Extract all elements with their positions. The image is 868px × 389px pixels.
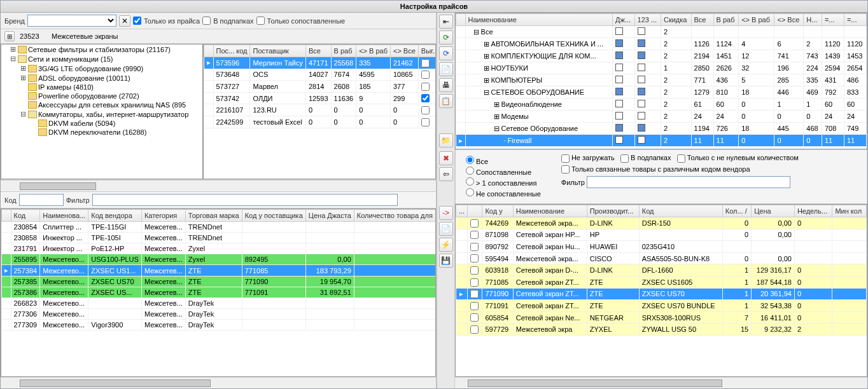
radio-multi[interactable] — [466, 177, 474, 186]
tree-scrollbar[interactable] — [1, 180, 436, 191]
table-row[interactable]: 771091Сетевой экран ZT...ZTEZXSEC US70 B… — [456, 300, 867, 312]
col-header[interactable]: Код — [639, 205, 722, 217]
table-row[interactable]: ⊟ Сетевое Оборудование211947261844546870… — [456, 123, 867, 135]
tree-node[interactable]: ⊞ADSL оборудование (10011) — [1, 73, 202, 83]
col-header[interactable]: <> Все — [774, 14, 804, 26]
tree-node[interactable]: ⊞3G/4G LTE оборудование (9990) — [1, 64, 202, 73]
col-header[interactable]: <> В раб — [356, 45, 391, 57]
right-category-grid[interactable]: НаименованиеДж...123 ...СкидкаВсеВ раб<>… — [455, 13, 867, 149]
table-row[interactable]: ▸771090Сетевой экран ZT...ZTEZXSEC US701… — [456, 288, 867, 300]
radio-all[interactable] — [466, 156, 474, 164]
col-header[interactable]: Наименование — [513, 205, 587, 217]
col-header[interactable] — [468, 205, 482, 217]
row-checkbox[interactable] — [470, 325, 479, 334]
table-row[interactable]: ⊞ КОМПЬЮТЕРЫ27714365285335431486 — [456, 74, 867, 86]
col-header[interactable]: Пос... код — [213, 45, 250, 57]
right-products-scrollbar[interactable] — [455, 377, 867, 388]
products-grid[interactable]: КодНаименова...Код вендораКатегорияТорго… — [1, 208, 436, 377]
table-row[interactable]: 890792Сетевой экран Hu...HUAWEI0235G410 — [456, 241, 867, 253]
noload-checkbox[interactable] — [561, 154, 570, 163]
back-icon[interactable]: ⇦ — [439, 167, 453, 181]
table-row[interactable]: 231791Инжектор ...PoE12-HPМежсетев...Zyx… — [2, 243, 436, 254]
col-header[interactable] — [2, 210, 11, 222]
code-input[interactable] — [19, 194, 64, 206]
col-header[interactable]: <> В раб — [739, 14, 774, 26]
filter-input[interactable] — [92, 194, 398, 206]
col-header[interactable]: Дж... — [613, 14, 634, 26]
tree-node[interactable]: Powerline оборудование (2702) — [1, 92, 202, 100]
doc2-icon[interactable]: 📄 — [439, 222, 453, 236]
col-header[interactable]: В раб — [713, 14, 739, 26]
col-header[interactable]: Количество товара для — [354, 210, 435, 222]
col-header[interactable]: Все — [691, 14, 713, 26]
lightning-icon[interactable]: ⚡ — [439, 238, 453, 252]
table-row[interactable]: ⊞ КОМПЛЕКТУЮЩИЕ ДЛЯ КОМ...22194145112741… — [456, 50, 867, 62]
table-row[interactable]: ⊟ Все2 — [456, 26, 867, 38]
map-right-icon[interactable]: -> — [439, 206, 453, 220]
col-header[interactable]: =... — [822, 14, 844, 26]
row-checkbox[interactable] — [421, 118, 430, 126]
table-row[interactable]: ▸· Firewall211110001111 — [456, 135, 867, 147]
table-row[interactable]: 257386Межсетево...ZXSEC US...Межсетев...… — [2, 287, 436, 298]
print-icon[interactable]: 🖶 — [439, 78, 453, 92]
right-filter-input[interactable] — [587, 176, 790, 188]
row-checkbox[interactable] — [470, 278, 479, 287]
col-header[interactable]: Поставщик — [250, 45, 305, 57]
tree-node[interactable]: DKVM кабели (5094) — [1, 119, 202, 128]
table-row[interactable]: ▸257384Межсетево...ZXSEC US1...Межсетев.… — [2, 265, 436, 276]
col-header[interactable]: Недель... — [794, 205, 832, 217]
table-row[interactable]: ⊞ АВТОМОБИЛЬНАЯ ТЕХНИКА И ...21126112446… — [456, 38, 867, 50]
tree-node[interactable]: IP камеры (4810) — [1, 83, 202, 92]
row-checkbox[interactable] — [421, 83, 430, 91]
diffven-checkbox[interactable] — [561, 165, 570, 174]
table-row[interactable]: 595494Межсетевой экра...CISCOASA5505-50-… — [456, 252, 867, 264]
save-icon[interactable]: 💾 — [439, 254, 453, 268]
row-checkbox[interactable] — [470, 231, 479, 239]
table-row[interactable]: ⊞ НОУТБУКИ1285026263219622425942654 — [456, 62, 867, 74]
tree-node[interactable]: ⊟Коммутаторы, хабы, интернет-маршрутизат… — [1, 109, 202, 119]
col-header[interactable]: <> Все — [390, 45, 418, 57]
row-checkbox[interactable] — [470, 266, 479, 275]
radio-none[interactable] — [466, 188, 474, 196]
tree-node[interactable]: Аксессуары для сетевых хранилищ NAS (895 — [1, 100, 202, 109]
col-header[interactable]: Кол... / — [722, 205, 751, 217]
refresh-green-icon[interactable]: ⟳ — [439, 31, 453, 44]
row-checkbox[interactable] — [470, 243, 479, 251]
col-header[interactable]: Наименова... — [40, 210, 88, 222]
tree-expand-all-icon[interactable]: ⊞ — [4, 31, 15, 41]
col-header[interactable]: Цена — [752, 205, 795, 217]
brand-clear-button[interactable]: ✕ — [119, 15, 130, 27]
table-row[interactable]: 2242599тестовый Excel0000 — [204, 116, 437, 128]
table-row[interactable]: 230858Инжектор ...TPE-105IМежсетев...TRE… — [2, 233, 436, 243]
row-checkbox[interactable] — [421, 59, 430, 67]
col-header[interactable]: Н... — [804, 14, 822, 26]
sub2-checkbox[interactable] — [620, 154, 629, 163]
brand-select[interactable] — [27, 15, 116, 27]
table-row[interactable]: 2216107123.RU0000 — [204, 104, 437, 116]
col-header[interactable]: 123 ... — [634, 14, 661, 26]
col-header[interactable]: Категория — [141, 210, 185, 222]
delete-icon[interactable]: ✖ — [439, 151, 453, 165]
col-header[interactable]: Код у поставщика — [242, 210, 305, 222]
refresh-blue-icon[interactable]: ⟳ — [439, 46, 453, 60]
table-row[interactable]: 573742ОЛДИ12593116369299 — [204, 92, 437, 104]
page-icon[interactable]: 📄 — [439, 62, 453, 76]
col-header[interactable]: Наименование — [465, 14, 613, 26]
col-header[interactable]: Мин кол — [832, 205, 867, 217]
table-row[interactable]: 603918Сетевой экран D-...D-LINKDFL-16601… — [456, 264, 867, 276]
nonzero-checkbox[interactable] — [677, 154, 685, 163]
copy-icon[interactable]: 📋 — [439, 94, 453, 108]
table-row[interactable]: ⊞ Модемы224240002424 — [456, 111, 867, 123]
col-header[interactable]: Все — [305, 45, 331, 57]
col-header[interactable]: Код вендора — [88, 210, 142, 222]
table-row[interactable]: 230854Сплиттер ...TPE-115GIМежсетев...TR… — [2, 222, 436, 233]
col-header[interactable]: Выг... в — [418, 45, 436, 57]
row-checkbox[interactable] — [470, 219, 479, 228]
table-row[interactable]: 871098Сетевой экран HP...HP00,00 — [456, 229, 867, 241]
right-products-grid[interactable]: ...Код уНаименованиеПроизводит...КодКол.… — [455, 204, 867, 377]
products-scrollbar[interactable] — [1, 377, 436, 388]
row-checkbox[interactable] — [421, 71, 430, 79]
tree-node[interactable]: ⊞Сетевые фильтры и стабилизаторы (21167) — [1, 44, 202, 54]
row-checkbox[interactable] — [470, 254, 479, 263]
tree-node[interactable]: ⊟Сети и коммуникации (15) — [1, 54, 202, 64]
